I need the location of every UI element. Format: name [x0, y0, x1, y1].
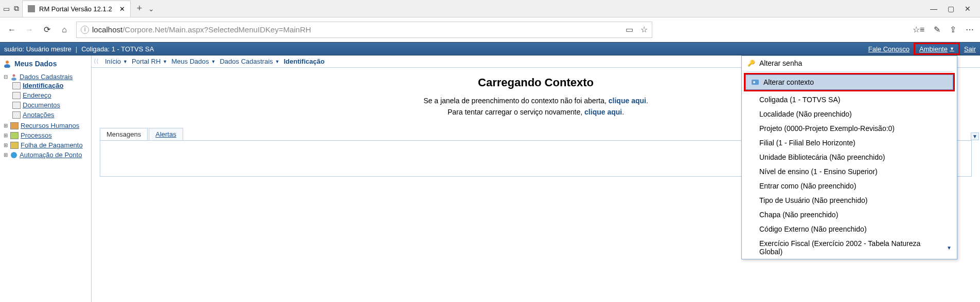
tab-mensagens[interactable]: Mensagens — [100, 128, 148, 140]
sidebar-item-folha-pagamento[interactable]: Folha de Pagamento — [21, 141, 83, 149]
tree-expand-icon[interactable]: ⊞ — [3, 123, 8, 128]
nav-refresh-button[interactable]: ⟳ — [41, 25, 52, 34]
app-header: suário: Usuário mestre | Coligada: 1 - T… — [0, 42, 980, 55]
menu-tipo-usuario[interactable]: Tipo de Usuário (Não preenchido) — [742, 193, 957, 207]
sidebar-item-dados-cadastrais[interactable]: Dados Cadastrais — [20, 73, 73, 81]
menu-alterar-contexto[interactable]: Alterar contexto — [745, 74, 953, 90]
address-icon — [12, 92, 21, 99]
sidebar: Meus Dados ⊟Dados Cadastrais Identificaç… — [0, 55, 92, 302]
sidebar-item-endereco[interactable]: Endereço — [23, 91, 51, 99]
menu-exercicio-fiscal[interactable]: Exercício Fiscal (Exercício 2002 - Tabel… — [742, 236, 957, 259]
payroll-icon — [10, 142, 19, 149]
url-text: localhost/Corpore.Net/Main.aspx?Selected… — [92, 25, 311, 34]
breadcrumb-inicio[interactable]: Início▼ — [105, 58, 128, 65]
caret-down-icon: ▼ — [211, 59, 216, 64]
key-icon: 🔑 — [747, 59, 755, 67]
main-area: ⟨⟨ Início▼ Portal RH▼ Meus Dados▼ Dados … — [92, 55, 980, 302]
notes-icon[interactable]: ✎ — [934, 25, 940, 34]
svg-point-4 — [11, 152, 17, 158]
sidebar-tree: ⊟Dados Cadastrais Identificação Endereço… — [0, 72, 91, 160]
menu-localidade[interactable]: Localidade (Não preenchido) — [742, 107, 957, 121]
browser-address-bar: ← → ⟳ ⌂ i localhost/Corpore.Net/Main.asp… — [0, 17, 980, 42]
tab-close-icon[interactable]: ✕ — [119, 5, 125, 13]
menu-unidade-bibliotecaria[interactable]: Unidade Bibliotecária (Não preenchido) — [742, 150, 957, 164]
window-close-button[interactable]: ✕ — [965, 5, 971, 13]
menu-chapa[interactable]: Chapa (Não preenchido) — [742, 207, 957, 222]
header-coligada: Coligada: 1 - TOTVS SA — [81, 45, 154, 53]
right-panel-toggle[interactable]: ▼ — [971, 133, 979, 140]
svg-point-0 — [6, 61, 9, 64]
sidebar-item-recursos-humanos[interactable]: Recursos Humanos — [21, 122, 79, 129]
notes-tree-icon — [12, 111, 21, 119]
nav-home-button[interactable]: ⌂ — [59, 25, 70, 34]
new-tab-button[interactable]: + — [137, 3, 142, 14]
set-aside-icon[interactable]: ⧉ — [14, 4, 19, 13]
browser-tab[interactable]: RM Portal Versão 12.1.2 ✕ — [22, 1, 131, 17]
sidebar-item-processos[interactable]: Processos — [21, 131, 52, 139]
id-icon — [12, 82, 21, 89]
automation-icon — [10, 152, 17, 159]
breadcrumb-portal-rh[interactable]: Portal RH▼ — [132, 58, 167, 65]
tab-actions-icon[interactable]: ▭ — [3, 5, 10, 13]
nav-forward-button[interactable]: → — [24, 25, 35, 34]
menu-alterar-senha[interactable]: 🔑 Alterar senha — [742, 56, 957, 70]
fale-conosco-link[interactable]: Fale Conosco — [868, 45, 910, 53]
user-small-icon — [10, 73, 17, 81]
tab-favicon-icon — [28, 5, 35, 12]
menu-codigo-externo[interactable]: Código Externo (Não preenchido) — [742, 222, 957, 236]
site-info-icon[interactable]: i — [81, 26, 89, 34]
svg-point-3 — [11, 78, 16, 81]
reading-view-icon[interactable]: ▭ — [626, 25, 633, 34]
favorites-icon[interactable]: ☆≡ — [913, 25, 924, 34]
tree-expand-icon[interactable]: ⊞ — [3, 133, 8, 138]
caret-down-icon: ▼ — [163, 59, 167, 64]
sidebar-item-anotacoes[interactable]: Anotações — [23, 111, 54, 119]
ambiente-dropdown-menu: 🔑 Alterar senha Alterar contexto Coligad… — [741, 55, 957, 259]
alterar-contexto-highlight-box: Alterar contexto — [744, 73, 955, 91]
share-icon[interactable]: ⇪ — [950, 25, 956, 34]
caret-down-icon: ▼ — [947, 245, 952, 251]
menu-entrar-como[interactable]: Entrar como (Não preenchido) — [742, 179, 957, 193]
clique-aqui-link-1[interactable]: clique aqui — [609, 97, 646, 105]
tree-expand-icon[interactable]: ⊞ — [3, 142, 8, 148]
sidebar-item-identificacao[interactable]: Identificação — [23, 82, 63, 89]
svg-point-6 — [753, 81, 755, 83]
caret-down-icon: ▼ — [950, 46, 954, 51]
settings-more-icon[interactable]: ⋯ — [966, 25, 974, 34]
caret-down-icon: ▼ — [123, 59, 128, 64]
tab-alertas[interactable]: Alertas — [149, 128, 183, 140]
context-icon — [751, 78, 759, 86]
tabs-more-icon[interactable]: ⌄ — [148, 5, 154, 13]
browser-titlebar: ▭ ⧉ RM Portal Versão 12.1.2 ✕ + ⌄ — ▢ ✕ — [0, 0, 980, 17]
user-icon — [3, 60, 11, 68]
caret-down-icon: ▼ — [275, 59, 280, 64]
menu-separator — [746, 71, 953, 72]
url-field[interactable]: i localhost/Corpore.Net/Main.aspx?Select… — [76, 22, 652, 38]
svg-point-1 — [4, 64, 10, 68]
breadcrumb-dados-cadastrais[interactable]: Dados Cadastrais▼ — [220, 58, 279, 65]
ambiente-highlight-box: Ambiente ▼ — [914, 43, 960, 55]
menu-filial[interactable]: Filial (1 - Filial Belo Horizonte) — [742, 136, 957, 150]
menu-coligada[interactable]: Coligada (1 - TOTVS SA) — [742, 92, 957, 107]
menu-projeto[interactable]: Projeto (0000-Projeto Exemplo-Revisão:0) — [742, 121, 957, 136]
tree-expand-icon[interactable]: ⊞ — [3, 152, 8, 158]
header-usuario: suário: Usuário mestre — [4, 45, 72, 53]
tree-collapse-icon[interactable]: ⊟ — [3, 74, 8, 80]
ambiente-dropdown-button[interactable]: Ambiente ▼ — [916, 44, 957, 54]
breadcrumb-meus-dados[interactable]: Meus Dados▼ — [171, 58, 216, 65]
tab-title: RM Portal Versão 12.1.2 — [39, 5, 112, 13]
window-minimize-button[interactable]: — — [930, 5, 937, 13]
hr-icon — [10, 122, 19, 129]
window-maximize-button[interactable]: ▢ — [948, 5, 954, 13]
favorite-star-icon[interactable]: ☆ — [640, 25, 648, 34]
sidebar-title: Meus Dados — [0, 58, 91, 70]
clique-aqui-link-2[interactable]: clique aqui — [584, 108, 622, 116]
menu-nivel-ensino[interactable]: Nível de ensino (1 - Ensino Superior) — [742, 164, 957, 179]
svg-point-2 — [13, 74, 15, 77]
sidebar-item-automacao-ponto[interactable]: Automação de Ponto — [20, 151, 82, 159]
documents-icon — [12, 102, 21, 109]
sidebar-item-documentos[interactable]: Documentos — [23, 101, 60, 109]
sidebar-collapse-handle[interactable]: ⟨⟨ — [92, 55, 101, 67]
sair-link[interactable]: Sair — [964, 45, 976, 53]
nav-back-button[interactable]: ← — [6, 25, 17, 34]
